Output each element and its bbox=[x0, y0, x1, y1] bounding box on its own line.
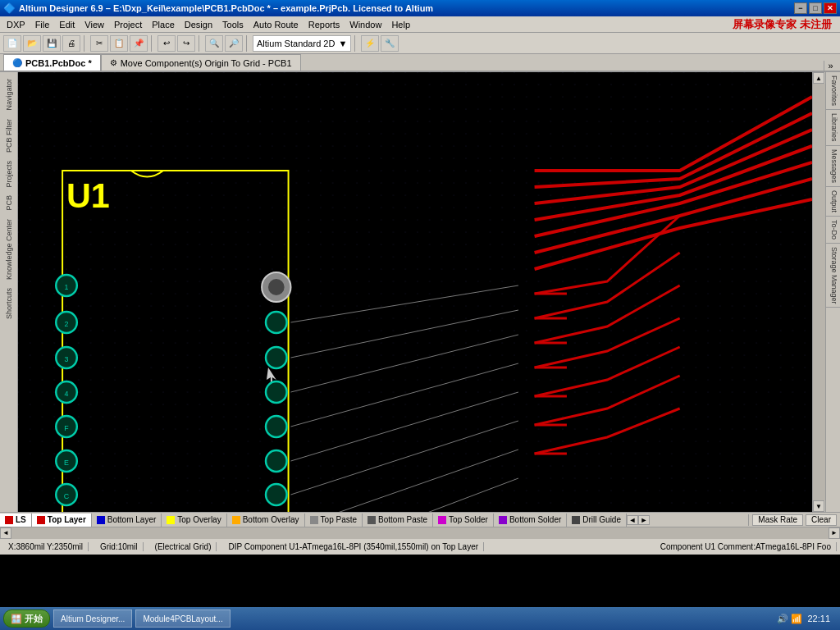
tb-paste[interactable]: 📌 bbox=[130, 35, 148, 52]
v-scroll-track[interactable] bbox=[813, 84, 825, 500]
tb-new[interactable]: 📄 bbox=[3, 35, 21, 52]
taskbar-altium-label: Altium Designer... bbox=[61, 614, 125, 623]
tb-zoom-out[interactable]: 🔎 bbox=[225, 35, 243, 52]
menu-window[interactable]: Window bbox=[345, 19, 386, 30]
minimize-button[interactable]: − bbox=[794, 2, 807, 14]
layer-bottom[interactable]: Bottom Layer bbox=[92, 514, 162, 527]
bottom-layer-label: Bottom Layer bbox=[107, 515, 156, 524]
layer-bottom-paste[interactable]: Bottom Paste bbox=[363, 514, 433, 527]
tb-save[interactable]: 💾 bbox=[43, 35, 61, 52]
menu-dxp[interactable]: DXP bbox=[2, 19, 30, 30]
h-scroll-track[interactable] bbox=[11, 527, 829, 539]
layer-scroll-left[interactable]: ◄ bbox=[627, 515, 638, 525]
watermark-text: 屏幕录像专家 未注册 bbox=[726, 17, 838, 32]
scroll-right-btn[interactable]: ► bbox=[829, 527, 840, 539]
tb-cut[interactable]: ✂ bbox=[90, 35, 108, 52]
layer-bottom-overlay[interactable]: Bottom Overlay bbox=[227, 514, 305, 527]
layer-top[interactable]: Top Layer bbox=[32, 514, 92, 527]
sidebar-projects[interactable]: Projects bbox=[3, 158, 15, 191]
tb-separator-2 bbox=[151, 35, 154, 52]
scroll-down-btn[interactable]: ▼ bbox=[813, 500, 824, 512]
panel-libraries[interactable]: Libraries bbox=[826, 110, 840, 146]
bottom-paste-color bbox=[368, 516, 376, 524]
start-button[interactable]: 🪟 开始 bbox=[3, 609, 50, 628]
layer-scroll-right[interactable]: ► bbox=[638, 515, 650, 525]
svg-text:2: 2 bbox=[65, 320, 69, 328]
menu-edit[interactable]: Edit bbox=[54, 19, 80, 30]
top-solder-label: Top Solder bbox=[449, 515, 488, 524]
component-info: DIP Component U1-ATmega16L-8PI (3540mil,… bbox=[223, 542, 484, 551]
tb-zoom-in[interactable]: 🔍 bbox=[205, 35, 223, 52]
right-sidebar: ▲ ▼ bbox=[812, 72, 825, 512]
layer-drill-guide[interactable]: Drill Guide bbox=[567, 514, 627, 527]
svg-point-27 bbox=[266, 312, 287, 333]
pcb-tab-icon: 🔵 bbox=[12, 58, 22, 67]
tb-copy[interactable]: 📋 bbox=[110, 35, 128, 52]
taskbar-altium[interactable]: Altium Designer... bbox=[53, 609, 132, 628]
menu-design[interactable]: Design bbox=[180, 19, 217, 30]
top-layer-color bbox=[37, 516, 45, 524]
taskbar-module[interactable]: Module4PCBLayout... bbox=[135, 609, 230, 628]
panel-output[interactable]: Output bbox=[826, 187, 840, 217]
scroll-up-btn[interactable]: ▲ bbox=[813, 72, 824, 84]
menu-reports[interactable]: Reports bbox=[304, 19, 345, 30]
left-sidebar: Navigator PCB Filter Projects PCB Knowle… bbox=[0, 72, 18, 512]
tb-print[interactable]: 🖨 bbox=[62, 35, 80, 52]
tab-scroll-btn[interactable]: » bbox=[824, 61, 837, 71]
scroll-left-btn[interactable]: ◄ bbox=[0, 527, 11, 539]
layer-bottom-solder[interactable]: Bottom Solder bbox=[494, 514, 567, 527]
tb-open[interactable]: 📂 bbox=[23, 35, 41, 52]
layer-ls[interactable]: LS bbox=[0, 514, 32, 527]
tab-bar: 🔵 PCB1.PcbDoc * ⚙ Move Component(s) Orig… bbox=[0, 54, 840, 72]
menu-help[interactable]: Help bbox=[386, 19, 415, 30]
system-tray: 🔊 📶 bbox=[777, 614, 802, 624]
panel-messages[interactable]: Messages bbox=[826, 146, 840, 187]
bottom-solder-label: Bottom Solder bbox=[509, 515, 561, 524]
menu-view[interactable]: View bbox=[80, 19, 109, 30]
view-dropdown[interactable]: Altium Standard 2D ▼ bbox=[253, 35, 351, 52]
svg-text:3: 3 bbox=[65, 355, 69, 363]
layer-top-paste[interactable]: Top Paste bbox=[305, 514, 363, 527]
tb-extra2[interactable]: 🔧 bbox=[381, 35, 399, 52]
top-paste-label: Top Paste bbox=[321, 515, 357, 524]
toolbar: 📄 📂 💾 🖨 ✂ 📋 📌 ↩ ↪ 🔍 🔎 Altium Standard 2D… bbox=[0, 33, 840, 54]
sidebar-shortcuts[interactable]: Shortcuts bbox=[3, 285, 15, 322]
grid-display: Grid:10mil bbox=[95, 542, 144, 551]
layer-top-solder[interactable]: Top Solder bbox=[433, 514, 494, 527]
tb-extra1[interactable]: ⚡ bbox=[361, 35, 379, 52]
sidebar-pcb-filter[interactable]: PCB Filter bbox=[3, 116, 15, 156]
maximize-button[interactable]: □ bbox=[809, 2, 822, 14]
close-button[interactable]: ✕ bbox=[824, 2, 837, 14]
layer-top-overlay[interactable]: Top Overlay bbox=[162, 514, 226, 527]
top-paste-color bbox=[310, 516, 318, 524]
tb-separator-3 bbox=[199, 35, 202, 52]
panel-favorites[interactable]: Favorites bbox=[826, 72, 840, 110]
bottom-layer-color bbox=[97, 516, 105, 524]
tb-separator-4 bbox=[246, 35, 249, 52]
menu-autoroute[interactable]: Auto Route bbox=[249, 19, 304, 30]
move-tab-icon: ⚙ bbox=[110, 58, 117, 67]
tb-undo[interactable]: ↩ bbox=[158, 35, 176, 52]
svg-point-33 bbox=[266, 484, 287, 505]
svg-text:F: F bbox=[64, 424, 69, 432]
top-overlay-color bbox=[167, 516, 175, 524]
start-icon: 🪟 bbox=[11, 614, 22, 624]
tb-redo[interactable]: ↪ bbox=[177, 35, 195, 52]
clear-btn[interactable]: Clear bbox=[806, 514, 837, 526]
menu-tools[interactable]: Tools bbox=[217, 19, 249, 30]
menu-file[interactable]: File bbox=[30, 19, 55, 30]
taskbar-right: 🔊 📶 22:11 bbox=[770, 614, 837, 624]
menu-place[interactable]: Place bbox=[147, 19, 180, 30]
menu-project[interactable]: Project bbox=[109, 19, 147, 30]
panel-storage[interactable]: Storage Manager bbox=[826, 244, 840, 308]
sidebar-pcb[interactable]: PCB bbox=[3, 192, 15, 214]
tab-move-component[interactable]: ⚙ Move Component(s) Origin To Grid - PCB… bbox=[101, 54, 301, 71]
sidebar-navigator[interactable]: Navigator bbox=[3, 75, 15, 114]
view-dropdown-label: Altium Standard 2D bbox=[257, 39, 335, 48]
sidebar-knowledge[interactable]: Knowledge Center bbox=[3, 216, 15, 283]
panel-todo[interactable]: To-Do bbox=[826, 217, 840, 244]
mask-rate-btn[interactable]: Mask Rate bbox=[752, 514, 803, 526]
svg-text:1: 1 bbox=[65, 283, 69, 291]
tab-pcb1[interactable]: 🔵 PCB1.PcbDoc * bbox=[3, 54, 101, 71]
pcb-canvas[interactable]: U1 1 2 3 4 F E bbox=[18, 72, 812, 512]
